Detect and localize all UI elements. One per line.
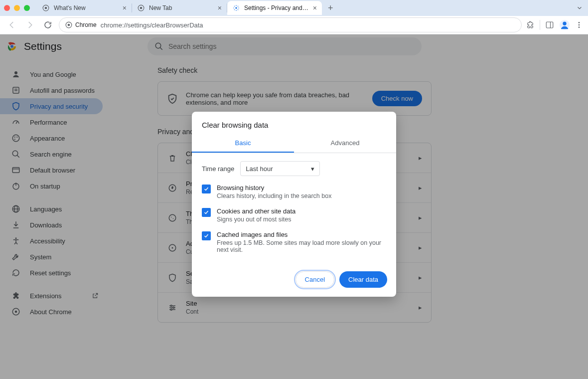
tab-basic[interactable]: Basic bbox=[192, 134, 294, 153]
dropdown-caret-icon: ▾ bbox=[311, 165, 314, 173]
checkbox-checked-icon[interactable] bbox=[202, 208, 211, 217]
title-bar: What's New × New Tab × Settings - Privac… bbox=[0, 0, 588, 16]
checkbox-checked-icon[interactable] bbox=[202, 231, 211, 240]
maximize-window[interactable] bbox=[24, 5, 30, 11]
extensions-icon[interactable] bbox=[526, 20, 535, 29]
clear-browsing-data-dialog: Clear browsing data Basic Advanced Time … bbox=[192, 112, 396, 297]
checkbox-browsing-history[interactable]: Browsing historyClears history, includin… bbox=[202, 184, 386, 199]
dialog-tabs: Basic Advanced bbox=[192, 134, 396, 153]
tab-settings[interactable]: Settings - Privacy and securi × bbox=[227, 1, 322, 15]
profile-avatar[interactable] bbox=[559, 19, 570, 30]
minimize-window[interactable] bbox=[14, 5, 20, 11]
tab-title: Settings - Privacy and securi bbox=[244, 4, 309, 11]
dialog-body: Time range Last hour ▾ Browsing historyC… bbox=[192, 153, 396, 264]
checkbox-sub: Signs you out of most sites bbox=[217, 216, 295, 223]
tab-strip: What's New × New Tab × Settings - Privac… bbox=[37, 0, 336, 16]
url-text: chrome://settings/clearBrowserData bbox=[101, 21, 502, 29]
chrome-favicon bbox=[137, 4, 145, 12]
chrome-logo-icon bbox=[65, 21, 72, 28]
close-window[interactable] bbox=[4, 5, 10, 11]
tab-new-tab[interactable]: New Tab × bbox=[132, 1, 227, 15]
svg-point-1 bbox=[45, 7, 47, 9]
tabs-overflow-icon[interactable] bbox=[576, 4, 583, 11]
forward-button[interactable] bbox=[23, 18, 37, 32]
svg-point-12 bbox=[579, 24, 580, 26]
svg-point-11 bbox=[579, 22, 580, 23]
tab-title: What's New bbox=[54, 4, 119, 11]
separator bbox=[540, 20, 540, 30]
back-button[interactable] bbox=[5, 18, 19, 32]
browser-toolbar: Chrome chrome://settings/clearBrowserDat… bbox=[0, 16, 588, 34]
clear-data-button[interactable]: Clear data bbox=[339, 271, 387, 288]
svg-point-4 bbox=[235, 7, 237, 9]
svg-point-3 bbox=[140, 7, 143, 9]
svg-point-6 bbox=[68, 24, 70, 26]
tab-whats-new[interactable]: What's New × bbox=[37, 1, 132, 15]
tab-title: New Tab bbox=[149, 4, 214, 11]
checkbox-title: Cached images and files bbox=[217, 231, 386, 238]
time-range-row: Time range Last hour ▾ bbox=[202, 161, 386, 176]
site-chip: Chrome bbox=[65, 21, 97, 28]
reload-button[interactable] bbox=[41, 18, 55, 32]
cancel-button[interactable]: Cancel bbox=[295, 271, 334, 288]
checkbox-cookies[interactable]: Cookies and other site dataSigns you out… bbox=[202, 207, 386, 223]
window-controls bbox=[4, 5, 30, 11]
checkbox-title: Browsing history bbox=[217, 184, 331, 191]
checkbox-cached[interactable]: Cached images and filesFrees up 1.5 MB. … bbox=[202, 231, 386, 253]
time-range-label: Time range bbox=[202, 165, 234, 173]
svg-point-10 bbox=[563, 22, 566, 25]
dialog-footer: Cancel Clear data bbox=[192, 264, 396, 297]
checkbox-checked-icon[interactable] bbox=[202, 185, 211, 193]
bookmark-star-icon[interactable] bbox=[506, 20, 515, 29]
new-tab-button[interactable]: + bbox=[325, 3, 336, 13]
close-tab-icon[interactable]: × bbox=[123, 4, 127, 12]
dialog-title: Clear browsing data bbox=[192, 112, 396, 134]
close-tab-icon[interactable]: × bbox=[313, 4, 317, 12]
gear-favicon bbox=[232, 4, 240, 12]
checkbox-sub: Frees up 1.5 MB. Some sites may load mor… bbox=[217, 239, 386, 253]
tab-advanced[interactable]: Advanced bbox=[294, 134, 396, 153]
checkbox-sub: Clears history, including in the search … bbox=[217, 192, 331, 199]
time-range-value: Last hour bbox=[246, 165, 273, 173]
close-tab-icon[interactable]: × bbox=[218, 4, 222, 12]
checkbox-title: Cookies and other site data bbox=[217, 207, 295, 215]
svg-rect-7 bbox=[546, 22, 553, 28]
toolbar-actions bbox=[526, 19, 583, 30]
chrome-favicon bbox=[42, 4, 50, 12]
address-bar[interactable]: Chrome chrome://settings/clearBrowserDat… bbox=[59, 17, 522, 32]
svg-point-13 bbox=[579, 26, 580, 28]
site-chip-label: Chrome bbox=[75, 21, 97, 28]
side-panel-icon[interactable] bbox=[545, 20, 554, 29]
kebab-menu-icon[interactable] bbox=[575, 21, 583, 29]
time-range-select[interactable]: Last hour ▾ bbox=[240, 161, 320, 176]
